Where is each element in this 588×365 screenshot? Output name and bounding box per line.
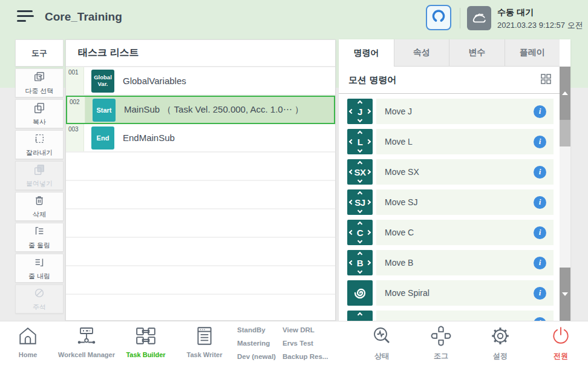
- command-move-b[interactable]: B Move B i: [347, 250, 554, 275]
- home-icon: [17, 325, 39, 349]
- move-j-icon: J: [347, 99, 373, 124]
- cut-icon: [33, 133, 45, 147]
- move-sj-icon: SJ: [347, 189, 373, 215]
- nav-task-builder[interactable]: Task Builder: [125, 325, 167, 358]
- empty-task-row: [66, 266, 335, 295]
- command-icon: [347, 311, 373, 321]
- move-l-icon: L: [347, 129, 373, 154]
- move-b-icon: B: [347, 250, 373, 275]
- tab-play[interactable]: 플레이: [505, 39, 560, 67]
- quick-links-column-2: View DRL Ervs Test Backup Res...: [283, 326, 328, 360]
- command-move-c[interactable]: C Move C i: [347, 220, 554, 245]
- line-down-button[interactable]: 줄 내림: [15, 254, 64, 283]
- link-mastering[interactable]: Mastering: [237, 340, 276, 347]
- tab-commands[interactable]: 명령어: [339, 39, 394, 67]
- tab-properties[interactable]: 속성: [394, 39, 450, 67]
- empty-task-row: [66, 181, 335, 209]
- move-sx-icon: SX: [347, 159, 373, 185]
- info-icon[interactable]: i: [534, 136, 546, 148]
- info-icon[interactable]: i: [534, 257, 546, 269]
- scroll-up-button[interactable]: [560, 67, 570, 120]
- command-label: Move B: [385, 258, 413, 268]
- nav-task-writer[interactable]: Task Writer: [181, 325, 227, 358]
- up-arrow-icon: [562, 91, 568, 95]
- info-icon[interactable]: i: [534, 226, 546, 239]
- robot-mode-status: 수동 대기: [497, 7, 583, 18]
- info-icon[interactable]: i: [534, 105, 546, 118]
- command-label: Move L: [385, 137, 413, 146]
- multi-select-label: 다중 선택: [25, 87, 53, 96]
- nav-jog[interactable]: 조그: [425, 325, 457, 361]
- scrollbar-track[interactable]: [560, 146, 570, 268]
- gear-icon: [489, 325, 511, 349]
- link-dev-newal[interactable]: Dev (newal): [237, 353, 276, 360]
- empty-task-row: [66, 238, 335, 266]
- comment-label: 주석: [33, 303, 46, 312]
- line-up-button[interactable]: 줄 올림: [15, 223, 64, 252]
- copy-label: 복사: [33, 117, 46, 127]
- global-var-badge: Global Var.: [91, 70, 114, 93]
- scroll-down-button[interactable]: [560, 268, 570, 321]
- servo-reset-button[interactable]: [426, 5, 451, 30]
- command-move-l[interactable]: L Move L i: [347, 129, 554, 154]
- row-number: 002: [67, 97, 85, 123]
- motion-commands-title: 모션 명령어: [348, 74, 396, 86]
- cut-button[interactable]: 잘라내기: [15, 130, 64, 159]
- link-backup-res[interactable]: Backup Res...: [283, 353, 328, 360]
- scrollbar-thumb[interactable]: [560, 120, 570, 146]
- nav-settings[interactable]: 설정: [484, 325, 517, 361]
- tools-header: 도구: [15, 39, 64, 67]
- command-label: Move SX: [385, 167, 419, 177]
- command-label: Move C: [385, 228, 414, 237]
- end-badge: End: [91, 127, 114, 150]
- task-row-label: GlobalVariables: [123, 76, 186, 86]
- command-label: Move J: [385, 107, 412, 116]
- down-arrow-icon: [562, 292, 568, 296]
- link-standby[interactable]: StandBy: [237, 326, 276, 334]
- line-up-icon: [33, 225, 45, 240]
- rotate-icon: [431, 8, 446, 27]
- command-partial[interactable]: i: [347, 311, 554, 321]
- nav-status[interactable]: 상태: [364, 325, 399, 361]
- command-move-sx[interactable]: SX Move SX i: [347, 159, 554, 185]
- command-panel-tabs: 명령어 속성 변수 플레이: [339, 39, 560, 67]
- delete-button[interactable]: 삭제: [15, 192, 64, 221]
- nav-workcell-manager[interactable]: Workcell Manager: [57, 325, 116, 358]
- task-list-panel: 태스크 리스트 001 Global Var. GlobalVariables …: [65, 39, 336, 321]
- paste-button[interactable]: 붙여넣기: [15, 161, 64, 190]
- jog-dpad-icon: [430, 325, 452, 349]
- link-view-drl[interactable]: View DRL: [283, 326, 328, 334]
- task-row-label: MainSub （ Task Vel. 250.000, Acc. 1.0⋯ ）: [124, 104, 304, 116]
- comment-button[interactable]: 주석: [15, 284, 64, 314]
- paste-icon: [33, 163, 45, 178]
- grid-view-icon[interactable]: [541, 74, 551, 87]
- topbar: Core_Training 수동 대기 2021.03.23 9:12:57 오…: [0, 0, 588, 36]
- nav-home[interactable]: Home: [11, 325, 45, 358]
- command-move-sj[interactable]: SJ Move SJ i: [347, 189, 554, 215]
- copy-button[interactable]: 복사: [15, 99, 64, 128]
- command-label: Move SJ: [385, 197, 417, 207]
- empty-task-row: [66, 295, 335, 321]
- move-spiral-icon: [347, 280, 373, 306]
- manual-mode-icon[interactable]: [467, 6, 491, 30]
- command-move-spiral[interactable]: Move Spiral i: [347, 280, 554, 306]
- task-row-endmainsub[interactable]: 003 End EndMainSub: [66, 124, 335, 153]
- task-row-mainsub[interactable]: 002 Start MainSub （ Task Vel. 250.000, A…: [66, 96, 335, 124]
- hamburger-menu-icon[interactable]: [17, 10, 35, 26]
- copy-icon: [33, 102, 45, 116]
- multi-select-button[interactable]: 다중 선택: [15, 68, 64, 97]
- command-move-j[interactable]: J Move J i: [347, 99, 554, 124]
- info-icon[interactable]: i: [534, 166, 546, 179]
- link-ervs-test[interactable]: Ervs Test: [283, 340, 328, 347]
- nav-power[interactable]: 전원: [544, 325, 577, 361]
- info-icon[interactable]: i: [534, 287, 546, 300]
- command-label: Move Spiral: [385, 288, 430, 298]
- command-list-scrollbar[interactable]: [560, 67, 570, 321]
- workcell-manager-icon: [74, 325, 99, 349]
- tab-variables[interactable]: 변수: [449, 39, 505, 67]
- line-down-icon: [33, 256, 45, 271]
- paste-label: 붙여넣기: [26, 179, 53, 188]
- info-icon[interactable]: i: [534, 196, 546, 209]
- comment-icon: [33, 287, 45, 301]
- task-row-global-variables[interactable]: 001 Global Var. GlobalVariables: [66, 67, 335, 96]
